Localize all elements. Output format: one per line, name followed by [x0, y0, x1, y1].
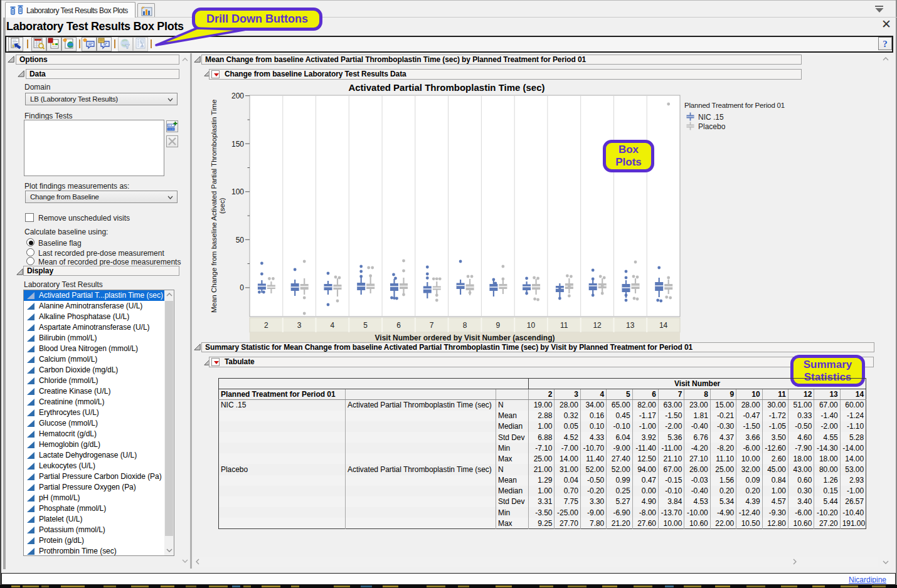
svg-text:150: 150 [231, 140, 244, 149]
svg-text:200: 200 [231, 92, 244, 100]
svg-text:12: 12 [593, 321, 602, 330]
svg-text:Visit Number ordered by Visit: Visit Number ordered by Visit Number (as… [375, 333, 555, 342]
svg-text:7: 7 [430, 321, 434, 330]
svg-text:11: 11 [560, 321, 568, 330]
svg-text:5: 5 [363, 321, 368, 330]
svg-text:100: 100 [231, 187, 244, 196]
svg-text:9: 9 [496, 321, 500, 330]
svg-text:2: 2 [264, 321, 268, 330]
svg-text:13: 13 [626, 321, 635, 330]
svg-text:4: 4 [331, 321, 335, 330]
svg-text:8: 8 [463, 321, 467, 330]
svg-text:0: 0 [240, 283, 244, 292]
svg-text:50: 50 [236, 236, 245, 244]
svg-text:3: 3 [297, 321, 302, 330]
svg-text:14: 14 [659, 321, 668, 330]
svg-text:10: 10 [527, 321, 536, 330]
svg-text:6: 6 [396, 321, 401, 330]
